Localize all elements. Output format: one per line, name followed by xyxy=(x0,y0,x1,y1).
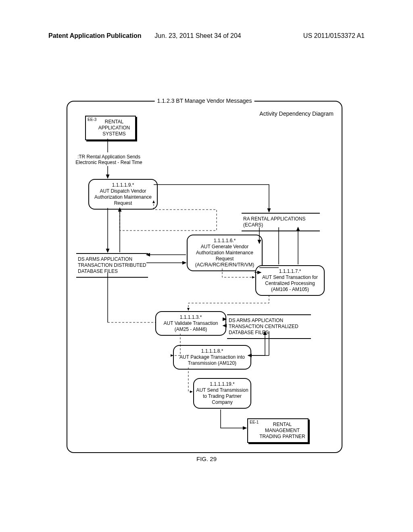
datastore-centralized: DS ARMS APPLICATION TRANSACTION CENTRALI… xyxy=(227,314,311,339)
tr-label: :TR Rental Application Sends Electronic … xyxy=(75,154,143,166)
sheet-info: Jun. 23, 2011 Sheet 34 of 204 xyxy=(154,32,241,39)
process-generate: 1.1.1.1.6.* AUT Generate Vendor Authoriz… xyxy=(187,235,263,271)
diagram-frame: 1.1.2.3 BT Manage Vendor Messages Activi… xyxy=(67,101,342,453)
pub-type: Patent Application Publication xyxy=(48,32,142,39)
process-generate-text: AUT Generate Vendor Authorization Mainte… xyxy=(189,244,260,268)
process-send-partner-text: AUT Send Transmission to Trading Partner… xyxy=(196,387,249,405)
page-header: Patent Application Publication Jun. 23, … xyxy=(48,32,365,39)
process-validate-text: AUT Validate Transaction (AM25 - AM46) xyxy=(158,320,224,332)
process-send-central-id: 1.1.1.1.7.* xyxy=(258,268,322,274)
process-package-id: 1.1.1.1.8.* xyxy=(175,348,249,354)
datastore-ra: RA RENTAL APPLICATIONS (ECARS) xyxy=(242,213,320,231)
process-send-central: 1.1.1.1.7.* AUT Send Transaction for Cen… xyxy=(255,265,325,296)
entity-ee3: EE-3 RENTAL APPLICATION SYSTEMS xyxy=(85,116,136,140)
process-send-partner: 1.1.1.1.19.* AUT Send Transmission to Tr… xyxy=(193,378,251,409)
process-dispatch: 1.1.1.1.9.* AUT Dispatch Vendor Authoriz… xyxy=(88,179,158,210)
diagram-title: 1.1.2.3 BT Manage Vendor Messages xyxy=(155,98,254,104)
process-validate: 1.1.1.1.3.* AUT Validate Transaction (AM… xyxy=(155,311,226,336)
process-dispatch-text: AUT Dispatch Vendor Authorization Mainte… xyxy=(91,188,155,206)
pub-number: US 2011/0153372 A1 xyxy=(303,32,365,39)
datastore-distributed: DS ARMS APPLICATION TRANSACTION DISTRIBU… xyxy=(76,253,148,278)
process-send-central-text: AUT Send Transaction for Centralized Pro… xyxy=(258,274,322,293)
process-dispatch-id: 1.1.1.1.9.* xyxy=(91,182,155,188)
entity-ee1: EE-1 RENTAL MANAGEMENT TRADING PARTNER xyxy=(247,418,309,443)
process-package-text: AUT Package Transaction into Transmissio… xyxy=(175,354,249,366)
process-send-partner-id: 1.1.1.1.19.* xyxy=(196,381,249,387)
entity-ee1-tag: EE-1 xyxy=(250,420,259,425)
process-package: 1.1.1.1.8.* AUT Package Transaction into… xyxy=(173,345,251,370)
diagram-subtitle: Activity Dependency Diagram xyxy=(259,110,334,117)
entity-ee3-label: RENTAL APPLICATION SYSTEMS xyxy=(96,119,133,137)
process-validate-id: 1.1.1.1.3.* xyxy=(158,314,224,320)
figure-caption: FIG. 29 xyxy=(196,455,217,462)
entity-ee1-label: RENTAL MANAGEMENT TRADING PARTNER xyxy=(259,422,305,440)
process-generate-id: 1.1.1.1.6.* xyxy=(189,238,260,244)
entity-ee3-tag: EE-3 xyxy=(88,117,96,123)
